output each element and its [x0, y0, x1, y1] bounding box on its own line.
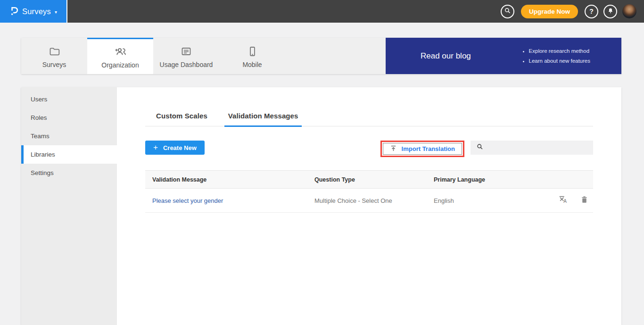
- module-tab-label: Organization: [101, 61, 139, 69]
- notifications-button[interactable]: [603, 5, 617, 18]
- module-tabs: Surveys Organization: [21, 38, 386, 74]
- right-controls: Import Translation: [380, 141, 593, 157]
- module-tab-label: Mobile: [242, 61, 262, 68]
- promo-bullet-list: Explore research method Learn about new …: [521, 46, 590, 66]
- sidebar-item-teams[interactable]: Teams: [21, 127, 117, 145]
- module-tab-surveys[interactable]: Surveys: [21, 38, 87, 74]
- table-search-box: [471, 141, 593, 155]
- organization-sidebar: Users Roles Teams Libraries Settings: [21, 87, 117, 325]
- dashboard-icon: [180, 46, 192, 58]
- promo-bullet: Learn about new features: [529, 56, 590, 66]
- module-tab-label: Surveys: [42, 61, 66, 68]
- user-avatar[interactable]: [622, 4, 636, 18]
- tab-custom-scales[interactable]: Custom Scales: [152, 112, 211, 127]
- sidebar-item-users[interactable]: Users: [21, 90, 117, 108]
- libraries-content: Custom Scales Validation Messages + Crea…: [117, 87, 621, 325]
- annotation-highlight-box: Import Translation: [380, 141, 464, 157]
- sidebar-item-libraries[interactable]: Libraries: [21, 145, 117, 164]
- help-button[interactable]: ?: [585, 5, 598, 18]
- primary-language-value: English: [434, 197, 454, 204]
- promo-title: Read our blog: [421, 51, 471, 61]
- search-input[interactable]: [487, 141, 593, 155]
- top-app-bar: Surveys ▾ Upgrade Now ?: [0, 0, 644, 23]
- sidebar-item-label: Settings: [31, 169, 54, 176]
- validation-message-link[interactable]: Please select your gender: [152, 197, 223, 204]
- search-icon: [476, 143, 484, 152]
- table-row: Please select your gender Multiple Choic…: [145, 189, 593, 213]
- module-tab-label: Usage Dashboard: [160, 61, 213, 68]
- column-header-primary-language: Primary Language: [434, 171, 551, 189]
- tab-validation-messages[interactable]: Validation Messages: [224, 112, 302, 127]
- validation-messages-table: Validation Message Question Type Primary…: [145, 170, 593, 213]
- sidebar-item-label: Teams: [31, 133, 50, 140]
- table-header-row: Validation Message Question Type Primary…: [145, 171, 593, 189]
- sidebar-item-label: Users: [31, 96, 47, 103]
- sidebar-item-label: Roles: [31, 114, 47, 121]
- module-tab-organization[interactable]: Organization: [87, 38, 153, 74]
- upgrade-now-button[interactable]: Upgrade Now: [521, 5, 578, 18]
- folder-icon: [48, 46, 60, 58]
- blog-promo-banner[interactable]: Read our blog Explore research method Le…: [386, 38, 621, 74]
- create-new-button[interactable]: + Create New: [145, 141, 205, 155]
- sidebar-item-roles[interactable]: Roles: [21, 108, 117, 127]
- product-label: Surveys: [22, 7, 51, 16]
- global-search-button[interactable]: [501, 5, 514, 18]
- search-icon: [504, 7, 511, 16]
- table-controls-row: + Create New Import Translation: [145, 141, 593, 157]
- person-add-icon: [114, 46, 127, 59]
- topbar-actions: Upgrade Now ?: [501, 0, 644, 23]
- create-new-label: Create New: [163, 144, 197, 151]
- column-header-question-type: Question Type: [314, 171, 434, 189]
- svg-text:A: A: [563, 199, 567, 204]
- mobile-icon: [247, 46, 258, 58]
- questionpro-logo-icon: [9, 5, 18, 18]
- module-tab-mobile[interactable]: Mobile: [219, 38, 285, 74]
- sidebar-item-settings[interactable]: Settings: [21, 164, 117, 182]
- organization-panel: Users Roles Teams Libraries Settings Cus…: [21, 87, 621, 325]
- plus-icon: +: [153, 143, 158, 152]
- delete-icon[interactable]: [580, 195, 588, 206]
- column-header-actions: [551, 171, 593, 189]
- chevron-down-icon: ▾: [55, 9, 57, 15]
- module-nav-card: Surveys Organization: [21, 38, 621, 74]
- column-header-validation-message: Validation Message: [145, 171, 314, 189]
- library-tabs: Custom Scales Validation Messages: [145, 112, 593, 126]
- upload-icon: [390, 145, 397, 153]
- product-switcher[interactable]: Surveys ▾: [0, 0, 67, 23]
- module-tab-usage-dashboard[interactable]: Usage Dashboard: [153, 38, 219, 74]
- sidebar-item-label: Libraries: [31, 151, 55, 158]
- question-mark-icon: ?: [589, 8, 594, 15]
- translate-icon[interactable]: A: [558, 195, 568, 206]
- question-type-value: Multiple Choice - Select One: [314, 197, 392, 204]
- import-translation-button[interactable]: Import Translation: [383, 143, 462, 155]
- promo-bullet: Explore research method: [529, 46, 590, 56]
- bell-icon: [607, 8, 614, 16]
- import-translation-label: Import Translation: [402, 145, 455, 152]
